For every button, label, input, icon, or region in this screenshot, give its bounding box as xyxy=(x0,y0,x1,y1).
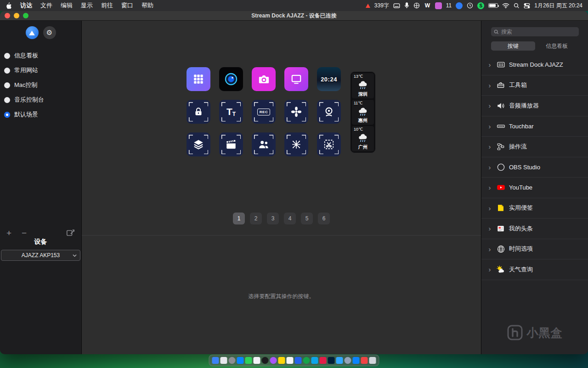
weather-cell-shenzhen[interactable]: 13℃ 深圳 xyxy=(352,73,374,98)
device-selector[interactable]: AJAZZ AKP153 xyxy=(1,250,80,261)
tab-keys[interactable]: 按键 xyxy=(491,41,535,51)
key-screenshot-camera[interactable] xyxy=(252,67,276,91)
category-time-options[interactable]: › 时间选项 xyxy=(481,239,588,260)
window-titlebar[interactable]: Stream Dock AJAZZ - 设备已连接 xyxy=(0,11,588,21)
chevron-right-icon[interactable]: › xyxy=(487,184,492,191)
chevron-right-icon[interactable]: › xyxy=(487,143,492,150)
key-screenshot-cut[interactable] xyxy=(317,132,341,156)
translate-icon[interactable] xyxy=(413,2,420,9)
key-clock-widget[interactable]: 20:24 xyxy=(317,67,341,91)
edit-scenes-icon[interactable] xyxy=(66,229,75,237)
key-camera-lens[interactable] xyxy=(219,67,243,91)
dock-app-icon[interactable] xyxy=(320,357,327,364)
weather-cell-huizhou[interactable]: 11℃ 惠州 xyxy=(352,100,374,125)
chevron-right-icon[interactable]: › xyxy=(487,61,492,68)
key-app-launcher[interactable] xyxy=(187,67,210,91)
category-youtube[interactable]: › YouTube xyxy=(481,178,588,198)
spotify-icon[interactable]: S xyxy=(477,2,484,9)
battery-icon[interactable] xyxy=(488,3,498,8)
key-text-tool[interactable]: TT xyxy=(219,100,243,124)
weather-widget[interactable]: 13℃ 深圳 11℃ 惠州 10℃ 广州 xyxy=(350,71,376,153)
dock-app-icon[interactable] xyxy=(245,357,252,364)
page-button-1[interactable]: 1 xyxy=(233,213,245,224)
category-stream-dock[interactable]: › Stream Dock AJAZZ xyxy=(481,55,588,75)
remove-scene-button[interactable]: − xyxy=(22,229,27,237)
category-audio-player[interactable]: › 音频播放器 xyxy=(481,96,588,116)
status-count-badge[interactable]: 11 xyxy=(446,2,452,9)
dock-app-icon[interactable] xyxy=(311,357,318,364)
dock-app-icon[interactable] xyxy=(369,357,376,364)
menu-item-view[interactable]: 显示 xyxy=(81,1,93,10)
spotlight-search-icon[interactable] xyxy=(514,3,520,9)
menu-item-finder[interactable]: 访达 xyxy=(20,1,32,10)
dock-app-icon[interactable] xyxy=(237,357,244,364)
category-headlines[interactable]: › 我的头条 xyxy=(481,218,588,239)
page-button-4[interactable]: 4 xyxy=(284,213,296,224)
category-toolbox[interactable]: › 工具箱 xyxy=(481,75,588,96)
settings-button[interactable]: ⚙ xyxy=(43,26,56,39)
menu-item-edit[interactable]: 编辑 xyxy=(61,1,73,10)
menubar-datetime[interactable]: 1月26日 周五 20:24 xyxy=(534,2,582,10)
scene-item-music-console[interactable]: 音乐控制台 xyxy=(0,92,81,107)
wikipedia-icon[interactable]: W xyxy=(424,2,431,9)
scene-item-dashboard[interactable]: 信息看板 xyxy=(0,48,81,63)
scene-item-default[interactable]: 默认场景 xyxy=(0,107,81,122)
chevron-right-icon[interactable]: › xyxy=(487,225,492,232)
menu-item-go[interactable]: 前往 xyxy=(101,1,113,10)
dock-app-icon[interactable] xyxy=(287,357,294,364)
menu-item-help[interactable]: 帮助 xyxy=(141,1,153,10)
category-touchbar[interactable]: › Touchbar xyxy=(481,116,588,137)
dock-app-icon[interactable] xyxy=(270,357,277,364)
search-input[interactable] xyxy=(501,29,576,35)
minimize-window-button[interactable] xyxy=(14,13,19,18)
dock-app-icon[interactable] xyxy=(295,357,302,364)
dock-app-icon[interactable] xyxy=(262,357,269,364)
dock-app-icon[interactable] xyxy=(336,357,343,364)
close-window-button[interactable] xyxy=(5,13,10,18)
dock-app-icon[interactable] xyxy=(353,357,360,364)
page-button-6[interactable]: 6 xyxy=(318,213,330,224)
vpn-status-icon[interactable] xyxy=(456,2,463,9)
status-word-count[interactable]: 339字 xyxy=(374,2,389,10)
dock-app-icon[interactable] xyxy=(220,357,227,364)
page-button-2[interactable]: 2 xyxy=(250,213,262,224)
menu-item-window[interactable]: 窗口 xyxy=(121,1,133,10)
page-button-3[interactable]: 3 xyxy=(267,213,279,224)
dock-app-icon[interactable] xyxy=(278,357,285,364)
category-obs-studio[interactable]: › OBS Studio xyxy=(481,157,588,178)
app-logo-button[interactable] xyxy=(26,26,39,39)
category-action-flow[interactable]: › 操作流 xyxy=(481,137,588,157)
time-machine-icon[interactable] xyxy=(467,2,473,9)
dock-app-icon[interactable] xyxy=(361,357,368,364)
wifi-icon[interactable] xyxy=(502,3,509,8)
tab-dashboard[interactable]: 信息看板 xyxy=(535,41,579,51)
key-clapperboard[interactable] xyxy=(219,132,243,156)
dock-app-icon[interactable] xyxy=(229,357,236,364)
chevron-right-icon[interactable]: › xyxy=(487,102,492,109)
key-fan[interactable] xyxy=(284,100,308,124)
key-screen-capture[interactable] xyxy=(284,67,308,91)
search-box[interactable] xyxy=(491,27,579,36)
key-group-portrait[interactable] xyxy=(252,132,276,156)
control-center-icon[interactable] xyxy=(524,3,530,9)
dock-app-icon[interactable] xyxy=(212,357,219,364)
scene-item-mac-control[interactable]: Mac控制 xyxy=(0,78,81,92)
input-method-icon[interactable] xyxy=(393,3,400,9)
app-status-icon[interactable] xyxy=(435,2,442,9)
chevron-right-icon[interactable]: › xyxy=(487,82,492,89)
add-scene-button[interactable]: + xyxy=(6,229,11,237)
chevron-right-icon[interactable]: › xyxy=(487,164,492,171)
category-weather-lookup[interactable]: › 天气查询 xyxy=(481,259,588,280)
key-record[interactable]: REC xyxy=(252,100,276,124)
dock-app-icon[interactable] xyxy=(303,357,310,364)
key-lock-screen[interactable] xyxy=(187,100,210,124)
microphone-icon[interactable] xyxy=(404,2,409,9)
dock-app-icon[interactable] xyxy=(254,357,260,364)
chevron-right-icon[interactable]: › xyxy=(487,246,492,253)
zoom-window-button[interactable] xyxy=(23,13,28,18)
chevron-right-icon[interactable]: › xyxy=(487,123,492,130)
status-alert-icon[interactable] xyxy=(366,4,370,8)
dock-app-icon[interactable] xyxy=(328,357,335,364)
page-button-5[interactable]: 5 xyxy=(301,213,313,224)
dock-app-icon[interactable] xyxy=(345,357,351,364)
